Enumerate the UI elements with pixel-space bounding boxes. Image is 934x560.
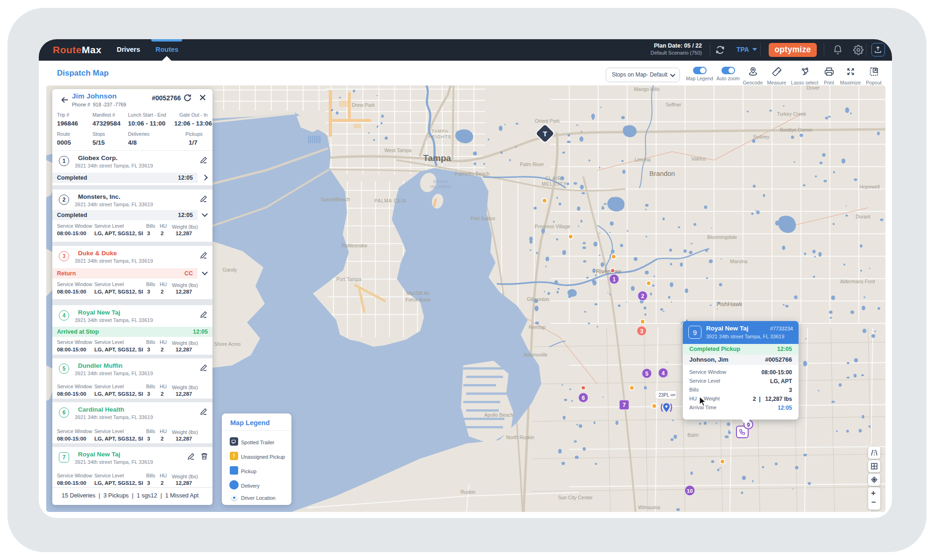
svg-text:Sun City Center: Sun City Center: [558, 495, 593, 500]
svg-text:7: 7: [623, 402, 626, 408]
svg-text:T: T: [543, 130, 547, 138]
svg-text:Riverview: Riverview: [596, 268, 622, 275]
svg-text:Bloomingdale: Bloomingdale: [707, 234, 737, 240]
svg-text:Force Base: Force Base: [405, 297, 431, 302]
svg-text:Shore Acres: Shore Acres: [214, 341, 241, 347]
svg-text:Port Sutton: Port Sutton: [471, 216, 495, 221]
svg-text:Gibsonton: Gibsonton: [527, 296, 549, 302]
svg-text:Progress Village: Progress Village: [535, 224, 570, 229]
svg-text:Turkey Creek: Turkey Creek: [777, 111, 807, 117]
svg-text:Adamsville: Adamsville: [524, 352, 548, 357]
svg-text:West Tampa: West Tampa: [384, 147, 411, 153]
svg-text:Aldermans Ford: Aldermans Ford: [840, 279, 875, 284]
svg-text:1: 1: [613, 276, 616, 283]
svg-text:5: 5: [645, 371, 649, 377]
svg-text:Gandy: Gandy: [223, 267, 238, 273]
svg-text:SunsetBeach: SunsetBeach: [321, 196, 350, 202]
svg-text:PALMA CEIA: PALMA CEIA: [375, 198, 407, 203]
svg-text:Palm River: Palm River: [520, 161, 544, 167]
svg-text:ISLANDS: ISLANDS: [430, 184, 452, 189]
svg-text:Beattys Corner: Beattys Corner: [780, 127, 813, 133]
svg-text:Drew Park: Drew Park: [352, 102, 375, 108]
svg-text:MEL CITY: MEL CITY: [542, 182, 567, 187]
svg-text:Balm: Balm: [687, 432, 699, 438]
svg-text:3: 3: [640, 328, 644, 335]
svg-text:Port Tampa: Port Tampa: [336, 276, 361, 282]
svg-text:6: 6: [582, 395, 585, 401]
svg-text:CLAIR-: CLAIR-: [545, 176, 564, 181]
svg-text:4: 4: [662, 370, 665, 377]
svg-text:MacDill Air: MacDill Air: [406, 290, 430, 296]
svg-text:Hopewell: Hopewell: [859, 184, 879, 189]
svg-text:Valrico: Valrico: [691, 156, 706, 161]
svg-text:North Ruskin: North Ruskin: [506, 434, 535, 440]
svg-text:Limona: Limona: [635, 157, 651, 162]
svg-text:Dover: Dover: [807, 85, 820, 91]
svg-text:FishHawk: FishHawk: [717, 301, 743, 308]
svg-text:Apollo Beach: Apollo Beach: [484, 412, 513, 418]
svg-text:Durant: Durant: [856, 214, 870, 219]
svg-text:Remlap: Remlap: [529, 324, 545, 330]
svg-text:DAVIS: DAVIS: [433, 179, 448, 184]
svg-text:Rattlesnake: Rattlesnake: [341, 243, 368, 248]
svg-text:TAMPA: TAMPA: [432, 128, 448, 133]
svg-text:2: 2: [641, 293, 644, 300]
svg-text:Marvina: Marvina: [730, 259, 748, 264]
svg-text:23PL: 23PL: [658, 392, 670, 398]
svg-text:10: 10: [687, 488, 693, 494]
svg-text:Mango Hills: Mango Hills: [634, 86, 660, 92]
svg-text:HEIGHTS: HEIGHTS: [428, 134, 451, 139]
svg-text:left: left: [671, 393, 676, 397]
svg-text:Brandon: Brandon: [650, 170, 675, 177]
svg-text:Sydney: Sydney: [753, 134, 770, 140]
svg-text:Ruskin: Ruskin: [460, 489, 475, 495]
svg-text:Orient Park: Orient Park: [535, 118, 560, 124]
svg-text:Wimauma: Wimauma: [638, 504, 660, 510]
svg-text:Seffner: Seffner: [665, 102, 681, 107]
svg-text:Palmetto Beach: Palmetto Beach: [455, 171, 489, 176]
svg-text:Tampa: Tampa: [423, 153, 451, 163]
